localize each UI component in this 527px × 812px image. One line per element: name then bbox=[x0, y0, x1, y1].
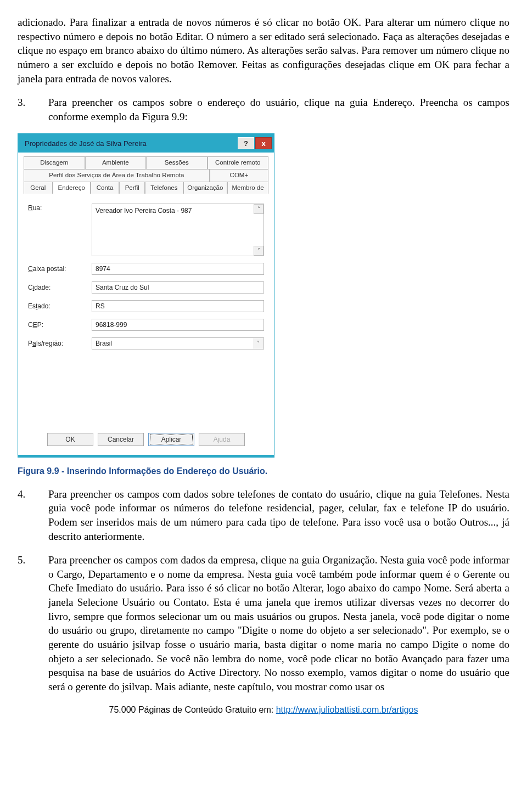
row-rua: Rua: Vereador Ivo Pereira Costa - 987 ˄ … bbox=[28, 204, 264, 256]
dialog-bottom-border bbox=[18, 455, 274, 457]
scroll-up-icon[interactable]: ˄ bbox=[254, 204, 264, 214]
item-body: Para preencher os campos sobre o endereç… bbox=[48, 95, 509, 123]
ok-button[interactable]: OK bbox=[47, 433, 93, 446]
form-area: Rua: Vereador Ivo Pereira Costa - 987 ˄ … bbox=[24, 199, 268, 358]
row-estado: Estado: bbox=[28, 300, 264, 312]
tab-complus[interactable]: COM+ bbox=[210, 169, 268, 182]
body-paragraph: adicionado. Para finalizar a entrada de … bbox=[18, 15, 509, 86]
label-cidade: Cidade: bbox=[28, 283, 92, 292]
item-body: Para preencher os campos com dados sobre… bbox=[48, 487, 509, 544]
numbered-item-3: 3. Para preencher os campos sobre o ende… bbox=[18, 95, 509, 123]
input-rua[interactable]: Vereador Ivo Pereira Costa - 987 ˄ ˅ bbox=[92, 204, 264, 256]
dialog-titlebar: Propriedades de José da Silva Pereira ? … bbox=[18, 134, 274, 153]
row-cidade: Cidade: bbox=[28, 281, 264, 294]
titlebar-close-button[interactable]: x bbox=[255, 137, 272, 149]
properties-dialog: Propriedades de José da Silva Pereira ? … bbox=[18, 133, 274, 458]
label-pais: País/região: bbox=[28, 339, 92, 348]
input-cep[interactable] bbox=[92, 319, 264, 331]
tab-ambiente[interactable]: Ambiente bbox=[85, 156, 147, 169]
dialog-title: Propriedades de José da Silva Pereira bbox=[25, 139, 237, 149]
rua-value: Vereador Ivo Pereira Costa - 987 bbox=[96, 207, 192, 215]
input-estado[interactable] bbox=[92, 300, 264, 312]
scroll-down-icon[interactable]: ˅ bbox=[254, 246, 264, 256]
dialog-button-row: OK Cancelar Aplicar Ajuda bbox=[24, 430, 268, 447]
tab-controle-remoto[interactable]: Controle remoto bbox=[208, 156, 269, 169]
item-number: 5. bbox=[18, 553, 48, 693]
row-pais: País/região: ˅ bbox=[28, 337, 264, 349]
tab-conta[interactable]: Conta bbox=[91, 182, 120, 194]
tab-endereco[interactable]: Endereço bbox=[53, 182, 91, 194]
cancel-button[interactable]: Cancelar bbox=[98, 433, 144, 446]
tab-membro-de[interactable]: Membro de bbox=[227, 182, 268, 194]
input-cidade[interactable] bbox=[92, 281, 264, 294]
label-caixa-postal: Caixa postal: bbox=[28, 264, 92, 273]
tab-telefones[interactable]: Telefones bbox=[145, 182, 183, 194]
row-cep: CEP: bbox=[28, 319, 264, 331]
label-rua: Rua: bbox=[28, 204, 92, 212]
figure-caption: Figura 9.9 - Inserindo Informações do En… bbox=[18, 465, 509, 477]
dialog-figure: Propriedades de José da Silva Pereira ? … bbox=[18, 133, 509, 458]
footer-text: 75.000 Páginas de Conteúdo Gratuito em: bbox=[109, 705, 276, 714]
item-body: Para preencher os campos com dados da em… bbox=[48, 553, 509, 693]
tab-strip: Discagem Ambiente Sessões Controle remot… bbox=[24, 156, 268, 194]
numbered-item-5: 5. Para preencher os campos com dados da… bbox=[18, 553, 509, 693]
help-button[interactable]: Ajuda bbox=[199, 433, 245, 446]
row-caixa-postal: Caixa postal: bbox=[28, 263, 264, 275]
footer-link[interactable]: http://www.juliobattisti.com.br/artigos bbox=[276, 705, 418, 714]
tab-perfil[interactable]: Perfil bbox=[119, 182, 145, 194]
tab-geral[interactable]: Geral bbox=[24, 182, 53, 194]
dialog-body: Discagem Ambiente Sessões Controle remot… bbox=[18, 153, 274, 455]
tab-sessoes[interactable]: Sessões bbox=[146, 156, 208, 169]
item-number: 4. bbox=[18, 487, 48, 544]
tab-discagem[interactable]: Discagem bbox=[24, 156, 85, 169]
titlebar-help-button[interactable]: ? bbox=[238, 137, 254, 149]
tab-perfil-area-remota[interactable]: Perfil dos Serviços de Área de Trabalho … bbox=[24, 169, 210, 182]
label-cep: CEP: bbox=[28, 320, 92, 329]
chevron-down-icon[interactable]: ˅ bbox=[253, 337, 264, 349]
label-estado: Estado: bbox=[28, 302, 92, 311]
numbered-item-4: 4. Para preencher os campos com dados so… bbox=[18, 487, 509, 544]
input-pais[interactable] bbox=[92, 337, 264, 349]
page-footer: 75.000 Páginas de Conteúdo Gratuito em: … bbox=[18, 704, 509, 716]
apply-button[interactable]: Aplicar bbox=[148, 433, 194, 446]
tab-organizacao[interactable]: Organização bbox=[183, 182, 228, 194]
item-number: 3. bbox=[18, 95, 48, 123]
input-caixa-postal[interactable] bbox=[92, 263, 264, 275]
